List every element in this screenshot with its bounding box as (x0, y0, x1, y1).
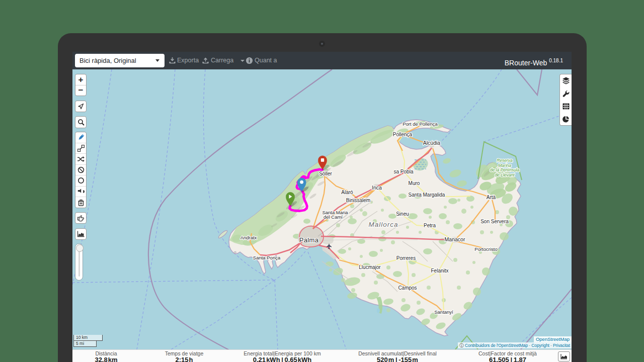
svg-text:Santa Ponça: Santa Ponça (253, 255, 281, 260)
svg-text:Artà: Artà (487, 195, 496, 200)
svg-text:Alcúdia: Alcúdia (423, 140, 441, 146)
svg-text:Petra: Petra (424, 223, 436, 228)
svg-text:Portocristo: Portocristo (474, 246, 497, 252)
svg-text:Alaró: Alaró (341, 190, 353, 195)
svg-text:sa Pobla: sa Pobla (394, 169, 414, 174)
svg-text:Santa Margalida: Santa Margalida (409, 192, 445, 198)
svg-text:Muro: Muro (409, 180, 420, 186)
svg-text:Port de Pollença: Port de Pollença (403, 121, 438, 127)
svg-text:Inca: Inca (372, 185, 382, 191)
svg-text:Marina: Marina (498, 163, 511, 168)
svg-text:Porreres: Porreres (396, 255, 416, 261)
svg-text:Binissalem: Binissalem (346, 198, 370, 203)
svg-text:Pollença: Pollença (393, 132, 413, 137)
svg-text:Son Servera: Son Servera (480, 219, 509, 224)
svg-text:de Llevant: de Llevant (495, 172, 515, 177)
svg-text:Manacor: Manacor (445, 236, 465, 242)
svg-text:Andratx: Andratx (240, 235, 257, 240)
svg-text:de la Península: de la Península (490, 167, 520, 172)
svg-text:Sineu: Sineu (396, 211, 409, 217)
svg-text:Felanitx: Felanitx (431, 268, 448, 274)
svg-text:Palma: Palma (299, 236, 319, 244)
svg-text:del Camí: del Camí (324, 214, 343, 220)
svg-text:Campos: Campos (398, 285, 417, 291)
svg-text:Reserva: Reserva (497, 158, 513, 163)
svg-text:Mallorca: Mallorca (368, 221, 398, 228)
svg-text:Sóller: Sóller (319, 171, 332, 176)
svg-text:Santanyí: Santanyí (434, 309, 453, 315)
svg-text:Llucmajor: Llucmajor (359, 264, 381, 270)
